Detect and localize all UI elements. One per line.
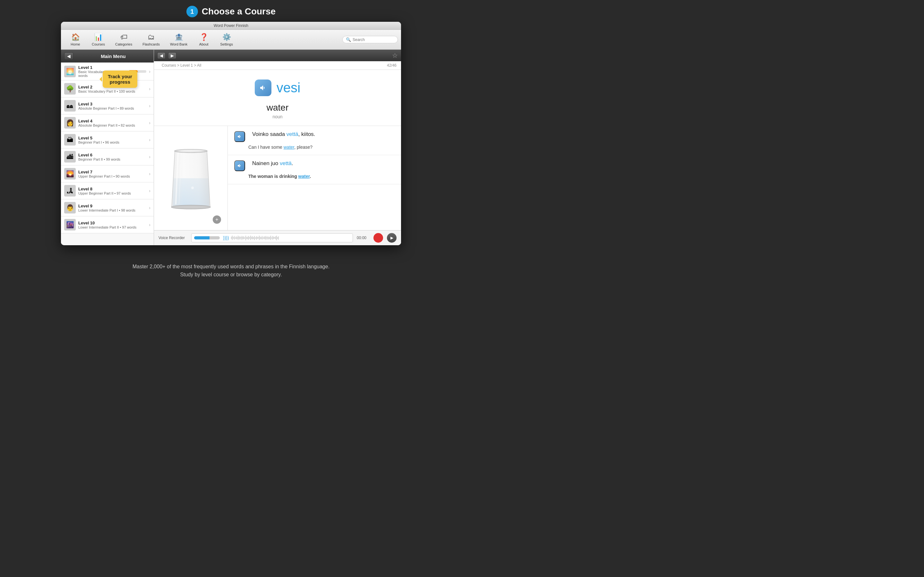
list-item[interactable]: 🌆 Level 10 Lower Intermediate Part II • … <box>61 216 153 234</box>
chevron-right-icon: › <box>149 188 150 193</box>
sentence-finnish: Nainen juo vettä. <box>252 160 293 167</box>
sentence-item: Nainen juo vettä. The woman is drinking … <box>228 155 401 184</box>
courses-icon: 📊 <box>94 33 103 41</box>
level-thumb: 👩 <box>64 117 76 129</box>
about-icon: ❓ <box>200 33 208 41</box>
level-desc: Lower Intermediate Part I • 98 words <box>78 208 146 212</box>
window-title: Word Power Finnish <box>214 23 248 28</box>
chevron-right-icon: › <box>149 154 150 159</box>
toolbar-categories-label: Categories <box>115 42 132 46</box>
list-item[interactable]: 🌄 Level 7 Upper Beginner Part I • 90 wor… <box>61 165 153 182</box>
recorder-waveform: )))) <box>191 234 353 242</box>
waveform-bars <box>231 235 350 241</box>
finnish-word: vesi <box>276 80 300 95</box>
tooltip: Track your progress <box>103 71 137 88</box>
bottom-line1: Master 2,000+ of the most frequently use… <box>0 263 462 271</box>
toolbar-courses[interactable]: 📊 Courses <box>87 32 110 47</box>
play-button[interactable]: ▶ <box>387 233 397 243</box>
level-desc: Upper Beginner Part II • 97 words <box>78 191 146 195</box>
zoom-button[interactable]: + <box>213 215 221 224</box>
toolbar-categories[interactable]: 🏷 Categories <box>110 32 137 47</box>
level-thumb: 🏙 <box>64 151 76 163</box>
chevron-right-icon: › <box>149 86 150 91</box>
level-name: Level 7 <box>78 169 146 174</box>
chevron-right-icon: › <box>149 120 150 125</box>
next-button[interactable]: ▶ <box>168 52 176 59</box>
sentence-finnish: Voinko saada vettä, kiitos. <box>252 131 315 137</box>
english-plain-text: The woman is drinking <box>248 174 298 179</box>
level-name: Level 10 <box>78 221 146 226</box>
search-box[interactable]: 🔍 <box>342 36 398 43</box>
sentence-english: The woman is drinking water. <box>248 174 395 179</box>
sentence-suffix-text: , kiitos. <box>298 131 315 137</box>
level-name: Level 8 <box>78 187 146 191</box>
list-item[interactable]: 👩 Level 4 Absolute Beginner Part II • 82… <box>61 114 153 131</box>
level-list: 🌅 Level 1 Basic Vocabulary Part I • 87 w… <box>61 63 153 245</box>
word-type: noun <box>272 114 282 119</box>
toolbar-about-label: About <box>199 42 208 46</box>
window-titlebar: Word Power Finnish <box>61 22 401 30</box>
list-item[interactable]: 🏙 Level 6 Beginner Part II • 99 words › <box>61 148 153 165</box>
level-thumb: 🏞 <box>64 185 76 197</box>
english-plain-text: Can I have some <box>248 145 284 150</box>
chevron-right-icon: › <box>149 205 150 210</box>
examples-area: + Voinko saada vettä, k <box>154 126 401 230</box>
toolbar-settings-label: Settings <box>220 42 233 46</box>
recorder-label: Voice Recorder <box>158 235 187 240</box>
glass-image <box>164 146 218 210</box>
level-info: Level 10 Lower Intermediate Part II • 97… <box>78 221 146 229</box>
content-header: ◀ ▶ ☆ <box>154 50 401 61</box>
list-item[interactable]: 🏘 Level 3 Absolute Beginner Part I • 89 … <box>61 97 153 114</box>
image-panel: + <box>154 126 228 230</box>
content-area: ◀ ▶ ☆ Courses > Level 1 > All 42/46 <box>154 50 401 245</box>
sentence-audio-button[interactable] <box>234 160 245 171</box>
toolbar-about[interactable]: ❓ About <box>192 32 215 47</box>
toolbar-flashcards[interactable]: 🗂 Flashcards <box>137 32 165 47</box>
sidebar-title: Main Menu <box>76 53 150 59</box>
bottom-text: Master 2,000+ of the most frequently use… <box>0 263 462 279</box>
level-name: Level 9 <box>78 203 146 208</box>
level-name: Level 6 <box>78 153 146 157</box>
level-info: Level 7 Upper Beginner Part I • 90 words <box>78 169 146 178</box>
breadcrumb-row: Courses > Level 1 > All 42/46 <box>154 61 401 70</box>
english-highlight-text: water <box>284 145 294 150</box>
level-thumb: 🌅 <box>64 66 76 77</box>
english-word: water <box>267 103 288 113</box>
sentence-suffix-text: . <box>292 160 293 166</box>
recorder-bar: Voice Recorder )))) <box>154 230 401 245</box>
waveform-progress[interactable] <box>194 236 220 239</box>
flashcards-icon: 🗂 <box>148 33 155 41</box>
sentence-audio-button[interactable] <box>234 131 245 142</box>
back-button[interactable]: ◀ <box>64 52 73 60</box>
list-item[interactable]: 🏔 Level 5 Beginner Part I • 96 words › <box>61 131 153 148</box>
list-item[interactable]: 👨 Level 9 Lower Intermediate Part I • 98… <box>61 199 153 216</box>
level-desc: Lower Intermediate Part II • 97 words <box>78 226 146 229</box>
sentence-english: Can I have some water, please? <box>248 145 395 150</box>
word-audio-button[interactable] <box>255 79 271 96</box>
list-item[interactable]: 🏞 Level 8 Upper Beginner Part II • 97 wo… <box>61 182 153 199</box>
toolbar-home[interactable]: 🏠 Home <box>64 32 87 47</box>
tooltip-text: Track your progress <box>108 74 132 85</box>
sentences-panel: Voinko saada vettä, kiitos. Can I have s… <box>228 126 401 230</box>
wordbank-icon: 🏦 <box>174 33 183 41</box>
svg-point-3 <box>191 187 194 189</box>
level-desc: Upper Beginner Part I • 90 words <box>78 174 146 178</box>
prev-button[interactable]: ◀ <box>157 52 166 59</box>
search-input[interactable] <box>352 37 394 42</box>
toolbar-settings[interactable]: ⚙️ Settings <box>215 32 238 47</box>
level-desc: Beginner Part II • 99 words <box>78 157 146 161</box>
chevron-right-icon: › <box>149 103 150 108</box>
star-icon[interactable]: ☆ <box>392 52 398 59</box>
level-info: Level 8 Upper Beginner Part II • 97 word… <box>78 187 146 195</box>
chevron-right-icon: › <box>149 171 150 176</box>
toolbar-courses-label: Courses <box>92 42 105 46</box>
toolbar-wordbank[interactable]: 🏦 Word Bank <box>165 32 192 47</box>
svg-point-2 <box>171 205 210 209</box>
top-header: 1 Choose a Course <box>0 0 462 22</box>
sentence-highlight-text: vettä <box>286 131 298 137</box>
chevron-right-icon: › <box>149 222 150 227</box>
record-button[interactable] <box>373 233 383 243</box>
word-row: vesi <box>255 79 300 96</box>
breadcrumb: Courses > Level 1 > All <box>162 63 201 68</box>
level-thumb: 🏘 <box>64 100 76 111</box>
